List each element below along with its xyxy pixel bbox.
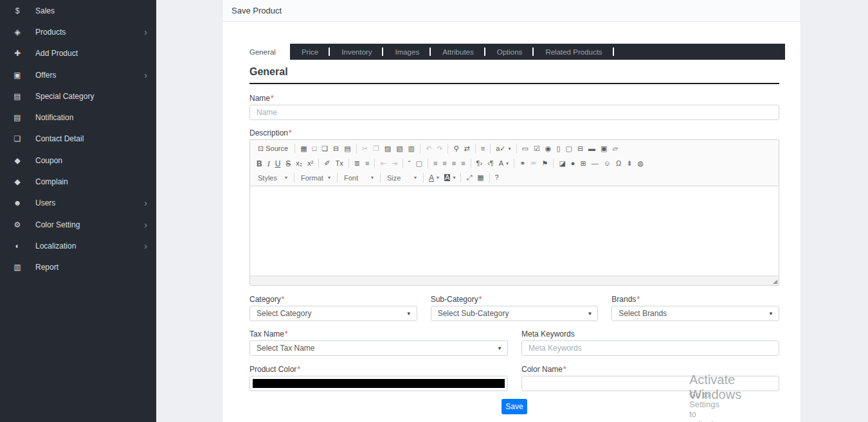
background-color-button[interactable]: A▾ bbox=[442, 174, 458, 181]
tab-inventory[interactable]: Inventory bbox=[330, 44, 383, 60]
color-name-input[interactable] bbox=[521, 376, 779, 391]
source-button[interactable]: ⊡ Source▾ bbox=[254, 145, 292, 153]
chevron-right-icon: › bbox=[144, 220, 147, 229]
templates-icon[interactable]: ▤▾ bbox=[341, 145, 353, 152]
iframe-button[interactable]: ◍▾ bbox=[635, 160, 646, 167]
show-blocks-button[interactable]: ▦▾ bbox=[475, 174, 486, 181]
new-page-icon[interactable]: □▾ bbox=[310, 145, 320, 152]
sidebar-item-complain[interactable]: ◆ Complain › bbox=[0, 171, 156, 192]
button-icon[interactable]: ▬▾ bbox=[586, 145, 598, 152]
sidebar-item-coupon[interactable]: ◆ Coupon › bbox=[0, 150, 156, 171]
spell-check-icon[interactable]: a✓▾ bbox=[493, 145, 513, 152]
sidebar-item-localization[interactable]: ◐ Localization › bbox=[0, 235, 156, 256]
sidebar-item-special-category[interactable]: ▤ Special Category › bbox=[0, 85, 156, 107]
tab-attributes[interactable]: Attributes bbox=[431, 44, 485, 60]
sidebar-item-label: Coupon bbox=[35, 156, 62, 165]
textarea-icon[interactable]: ▢▾ bbox=[563, 145, 574, 152]
replace-icon[interactable]: ⇄▾ bbox=[462, 145, 473, 152]
sidebar-item-report[interactable]: ▥ Report › bbox=[0, 257, 156, 278]
about-button[interactable]: ?▾ bbox=[493, 174, 502, 181]
blockquote-button[interactable]: “▾ bbox=[406, 160, 413, 167]
sidebar-item-sales[interactable]: $ Sales › bbox=[0, 0, 156, 21]
product-color-input[interactable] bbox=[249, 376, 508, 391]
align-right-button[interactable]: ≡▾ bbox=[449, 160, 458, 167]
numbered-list-button[interactable]: ≣▾ bbox=[352, 160, 363, 167]
name-input[interactable] bbox=[249, 105, 779, 120]
language-button[interactable]: A▾ bbox=[496, 160, 511, 167]
bold-button[interactable]: B▾ bbox=[254, 160, 265, 168]
save-icon[interactable]: ▦▾ bbox=[298, 145, 309, 152]
bulleted-list-button[interactable]: ≡▾ bbox=[363, 160, 372, 167]
copy-formatting-button[interactable]: ✐▾ bbox=[321, 160, 332, 167]
smiley-button[interactable]: ☺▾ bbox=[601, 160, 613, 167]
toolbar-item-glyph: ● bbox=[571, 160, 575, 167]
page-break-button[interactable]: ⇟▾ bbox=[624, 160, 635, 167]
toolbar-item-glyph: ⊡ Source bbox=[258, 145, 288, 153]
align-left-button[interactable]: ≡▾ bbox=[431, 160, 440, 167]
horizontal-rule-button[interactable]: —▾ bbox=[589, 160, 601, 167]
underline-button[interactable]: U▾ bbox=[273, 160, 284, 168]
tab-options[interactable]: Options bbox=[485, 44, 534, 60]
paste-word-icon[interactable]: ▥▾ bbox=[406, 145, 417, 152]
insert-image-button[interactable]: ◪▾ bbox=[556, 160, 568, 167]
select-all-icon[interactable]: ≡▾ bbox=[478, 145, 487, 152]
paste-text-icon[interactable]: ▧▾ bbox=[393, 145, 405, 152]
sidebar-item-users[interactable]: ☻ Users › bbox=[0, 193, 156, 214]
text-field-icon[interactable]: ▯▾ bbox=[554, 145, 563, 152]
div-container-button[interactable]: ▢▾ bbox=[413, 160, 425, 167]
paste-icon[interactable]: ▨▾ bbox=[382, 145, 393, 152]
styles-dropdown[interactable]: Styles▾ bbox=[254, 174, 291, 182]
sub-category-select[interactable]: Select Sub-Category ▼ bbox=[431, 306, 599, 321]
brands-select[interactable]: Select Brands ▼ bbox=[611, 306, 779, 321]
print-icon[interactable]: ⊟▾ bbox=[330, 145, 341, 152]
flash-button[interactable]: ●▾ bbox=[568, 160, 578, 167]
radio-button-icon[interactable]: ◉▾ bbox=[543, 145, 554, 152]
anchor-button[interactable]: ⚑▾ bbox=[539, 160, 551, 167]
sidebar-item-products[interactable]: ◈ Products › bbox=[0, 21, 156, 42]
resize-grip[interactable]: ◢ bbox=[773, 278, 777, 285]
sidebar-item-color-setting[interactable]: ⚙ Color Setting › bbox=[0, 214, 156, 235]
justify-button[interactable]: ≡▾ bbox=[458, 160, 467, 167]
tax-name-select[interactable]: Select Tax Name ▼ bbox=[249, 340, 508, 356]
italic-button[interactable]: I▾ bbox=[265, 160, 273, 168]
format-dropdown[interactable]: Format▾ bbox=[297, 174, 334, 182]
tab-related-products[interactable]: Related Products bbox=[534, 44, 613, 60]
size-dropdown[interactable]: Size▾ bbox=[383, 174, 420, 182]
superscript-button[interactable]: x²▾ bbox=[305, 160, 316, 167]
link-button[interactable]: ⚭▾ bbox=[517, 160, 528, 167]
sidebar-item-contact-detail[interactable]: ❏ Contact Detail › bbox=[0, 128, 156, 150]
meta-keywords-input[interactable] bbox=[521, 340, 779, 356]
strikethrough-button[interactable]: S▾ bbox=[283, 160, 293, 168]
toolbar-separator: ▾ bbox=[402, 159, 403, 168]
text-direction-ltr-button[interactable]: ¶›▾ bbox=[474, 160, 485, 167]
save-button[interactable]: Save bbox=[502, 399, 527, 414]
sidebar-item-notification[interactable]: ▤ Notification › bbox=[0, 107, 156, 128]
font-dropdown[interactable]: Font▾ bbox=[340, 174, 377, 182]
preview-icon[interactable]: ❏▾ bbox=[319, 145, 330, 152]
image-button-icon[interactable]: ▣▾ bbox=[598, 145, 610, 152]
text-color-button[interactable]: A▾ bbox=[426, 174, 442, 182]
subscript-button[interactable]: x₂▾ bbox=[293, 160, 305, 167]
category-select[interactable]: Select Category ▼ bbox=[249, 306, 417, 321]
toolbar-item-glyph: ❐ bbox=[373, 145, 379, 152]
sidebar-item-offers[interactable]: ▣ Offers › bbox=[0, 64, 156, 85]
select-field-icon[interactable]: ⊟▾ bbox=[575, 145, 586, 152]
align-center-button[interactable]: ≡▾ bbox=[440, 160, 449, 167]
checkbox-icon[interactable]: ☑▾ bbox=[531, 145, 543, 152]
toolbar-separator: ▾ bbox=[516, 144, 517, 154]
tab-price[interactable]: Price bbox=[290, 44, 330, 60]
sidebar-item-add-product[interactable]: ✚ Add Product › bbox=[0, 43, 156, 64]
find-icon[interactable]: ⚲▾ bbox=[451, 145, 461, 152]
hidden-field-icon[interactable]: ▱▾ bbox=[610, 145, 620, 152]
maximize-button[interactable]: ⤢▾ bbox=[464, 174, 475, 181]
tab-images[interactable]: Images bbox=[383, 44, 431, 60]
form-icon[interactable]: ▭▾ bbox=[520, 145, 531, 152]
description-editor-area[interactable] bbox=[250, 186, 779, 276]
table-button[interactable]: ⊞▾ bbox=[578, 160, 589, 167]
text-direction-rtl-button[interactable]: ‹¶▾ bbox=[485, 160, 496, 167]
remove-format-button[interactable]: Tx▾ bbox=[333, 160, 346, 167]
add-product-icon: ✚ bbox=[10, 49, 24, 58]
special-char-button[interactable]: Ω▾ bbox=[613, 160, 624, 167]
sidebar-item-label: Notification bbox=[35, 113, 73, 122]
tab-general[interactable]: General bbox=[249, 44, 290, 60]
